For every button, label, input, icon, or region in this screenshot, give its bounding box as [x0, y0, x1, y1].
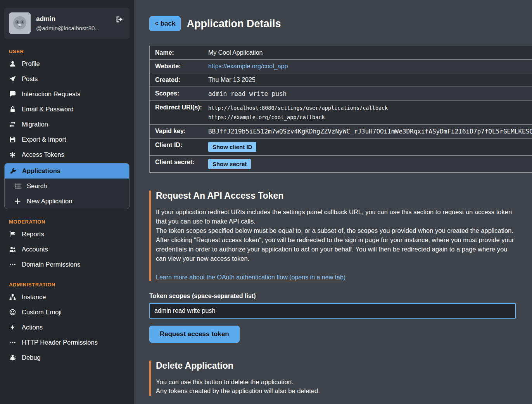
sidebar-item-label: Email & Password [22, 106, 74, 113]
sidebar-item-label: Custom Emoji [22, 309, 62, 316]
user-card[interactable]: admin @admin@localhost:80... [4, 8, 130, 39]
sidebar-item-export-import[interactable]: Export & Import [4, 132, 130, 147]
section-title: Request An API Access Token [156, 191, 516, 201]
detail-label: Redirect URI(s): [150, 101, 205, 125]
sign-out-icon[interactable] [116, 16, 123, 23]
show-secret-button[interactable]: Show secret [208, 159, 251, 169]
sidebar-item-label: Access Tokens [22, 151, 64, 158]
paper-plane-icon [9, 76, 16, 83]
exchange-arrows-icon [9, 121, 16, 128]
sidebar-item-access-tokens[interactable]: Access Tokens [4, 147, 130, 162]
sidebar-nav: USER Profile Posts Interaction Requests … [4, 49, 130, 365]
sidebar-item-domain-permissions[interactable]: Domain Permissions [4, 257, 130, 272]
sidebar-item-label: Search [27, 182, 47, 190]
section-label-administration: ADMINISTRATION [4, 282, 130, 288]
detail-value: BBJffJ219b5iE512m7wQSzv4KgKDhgZZVzNyWC_r… [205, 125, 532, 139]
sidebar-item-label: Posts [22, 75, 38, 83]
sidebar-item-applications[interactable]: Applications [5, 163, 129, 179]
table-row-client-id: Client ID: Show client ID [150, 139, 532, 156]
table-row-redirect-uris: Redirect URI(s): http://localhost:8080/s… [150, 101, 532, 125]
section-paragraph: If your application redirect URIs includ… [156, 208, 516, 226]
back-button[interactable]: < back [149, 16, 181, 31]
request-access-token-button[interactable]: Request access token [149, 326, 240, 343]
sidebar-item-email-password[interactable]: Email & Password [4, 102, 130, 117]
sidebar-item-instance[interactable]: Instance [4, 290, 130, 305]
detail-label: Client secret: [150, 156, 205, 173]
section-paragraph: The token scopes specified below must be… [156, 226, 516, 236]
bug-icon [9, 354, 16, 361]
section-title: Delete Application [156, 361, 516, 371]
sidebar-item-debug[interactable]: Debug [4, 350, 130, 365]
applications-group: Applications Search New Application [4, 163, 130, 209]
page-title: Application Details [187, 18, 281, 30]
floppy-disk-icon [9, 136, 16, 143]
ellipsis-icon [9, 261, 16, 268]
delete-callout: Delete Application You can use this butt… [149, 361, 516, 396]
sidebar-item-migration[interactable]: Migration [4, 117, 130, 132]
table-row-created: Created: Thu Mar 13 2025 [150, 73, 532, 87]
table-row-website: Website: https://example.org/cool_app [150, 60, 532, 73]
sidebar-item-custom-emoji[interactable]: Custom Emoji [4, 305, 130, 320]
sidebar-item-label: Actions [22, 324, 43, 331]
sidebar-item-accounts[interactable]: Accounts [4, 242, 130, 257]
comment-icon [9, 91, 16, 98]
sidebar-item-label: HTTP Header Permissions [22, 339, 98, 346]
sidebar-item-profile[interactable]: Profile [4, 56, 130, 71]
avatar [9, 12, 31, 34]
sidebar-item-applications-search[interactable]: Search [5, 179, 129, 194]
smiley-icon [9, 309, 16, 316]
sidebar-item-new-application[interactable]: New Application [5, 194, 129, 209]
detail-label: Website: [150, 60, 205, 73]
request-token-callout: Request An API Access Token If your appl… [149, 191, 516, 281]
wrench-icon [9, 168, 16, 175]
sidebar-item-label: Profile [22, 60, 40, 68]
list-icon [14, 183, 21, 190]
applications-submenu: Search New Application [5, 179, 129, 209]
detail-label: Vapid key: [150, 125, 205, 139]
flag-icon [9, 231, 16, 238]
users-icon [9, 246, 16, 253]
page-header: < back Application Details [149, 16, 516, 31]
website-link[interactable]: https://example.org/cool_app [208, 63, 288, 69]
oauth-docs-link[interactable]: Learn more about the OAuth authenticatio… [156, 274, 345, 281]
detail-value: http://localhost:8080/settings/user/appl… [205, 101, 532, 125]
sitemap-icon [9, 294, 16, 301]
application-details-table: Name: My Cool Application Website: https… [149, 46, 532, 173]
user-handle: @admin@localhost:80... [36, 25, 100, 31]
sidebar-item-http-header-permissions[interactable]: HTTP Header Permissions [4, 335, 130, 350]
detail-value: My Cool Application [205, 46, 532, 60]
table-row-client-secret: Client secret: Show secret [150, 156, 532, 173]
show-client-id-button[interactable]: Show client ID [208, 142, 257, 152]
plus-icon [14, 198, 21, 205]
sidebar-item-label: Export & Import [22, 136, 66, 143]
bolt-icon [9, 324, 16, 331]
sidebar-item-label: Domain Permissions [22, 261, 80, 268]
detail-value: Thu Mar 13 2025 [205, 73, 532, 87]
table-row-scopes: Scopes: admin read write push [150, 87, 532, 101]
detail-label: Scopes: [150, 87, 205, 101]
lock-icon [9, 106, 16, 113]
token-scopes-label: Token scopes (space-separated list) [149, 293, 516, 300]
sidebar-item-reports[interactable]: Reports [4, 227, 130, 242]
section-paragraph: Any tokens created by the application wi… [156, 387, 516, 396]
token-scopes-input[interactable] [149, 303, 516, 319]
table-row-vapid-key: Vapid key: BBJffJ219b5iE512m7wQSzv4KgKDh… [150, 125, 532, 139]
sidebar-item-label: New Application [27, 198, 72, 205]
sidebar-item-interaction-requests[interactable]: Interaction Requests [4, 87, 130, 102]
sidebar-item-label: Interaction Requests [22, 90, 80, 98]
detail-label: Name: [150, 46, 205, 60]
main-panel: < back Application Details Name: My Cool… [134, 0, 532, 404]
section-label-user: USER [4, 49, 130, 54]
sidebar-item-label: Migration [22, 121, 48, 128]
detail-label: Client ID: [150, 139, 205, 156]
sidebar: admin @admin@localhost:80... USER Profil… [0, 0, 134, 404]
sidebar-item-posts[interactable]: Posts [4, 71, 130, 87]
sidebar-item-label: Debug [22, 354, 41, 361]
section-label-moderation: MODERATION [4, 219, 130, 225]
delete-application-section: Delete Application You can use this butt… [149, 361, 516, 404]
sidebar-item-label: Instance [22, 293, 46, 301]
table-row-name: Name: My Cool Application [150, 46, 532, 60]
sidebar-item-actions[interactable]: Actions [4, 320, 130, 335]
redirect-uri: http://localhost:8080/settings/user/appl… [208, 105, 532, 111]
section-paragraph: You can use this button to delete the ap… [156, 378, 516, 387]
